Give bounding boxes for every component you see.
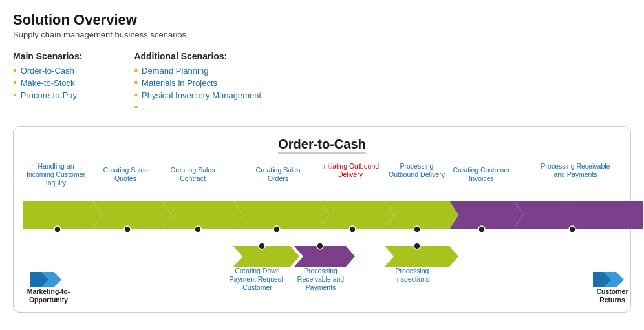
step-label-3: Creating Sales Contract <box>164 166 222 183</box>
svg-marker-1 <box>92 201 171 229</box>
list-item: Procure-to-Pay <box>13 90 82 100</box>
svg-marker-2 <box>162 201 242 229</box>
list-item: Materials in Projects <box>134 77 261 88</box>
list-item: Make-to-Stock <box>13 77 82 88</box>
step-label-8: Processing Receivable and Payments <box>540 162 611 179</box>
svg-marker-6 <box>449 201 523 229</box>
page-subtitle: Supply chain management business scenari… <box>13 30 631 39</box>
main-scenarios-list: Order-to-Cash Make-to-Stock Procure-to-P… <box>13 65 82 100</box>
svg-point-13 <box>414 226 420 232</box>
list-item: Demand Planning <box>134 65 261 76</box>
bottom-label-marketing: Marketing-to-Opportunity <box>23 287 74 304</box>
svg-marker-16 <box>233 246 299 267</box>
step-label-5: Initiating Outbound Delivery <box>321 162 380 179</box>
bottom-label-inspections: Processing Inspections <box>381 267 443 284</box>
svg-marker-18 <box>294 246 355 267</box>
additional-scenarios: Additional Scenarios: Demand Planning Ma… <box>134 51 261 114</box>
svg-point-15 <box>569 226 575 232</box>
svg-point-11 <box>274 226 280 232</box>
svg-marker-3 <box>233 201 329 229</box>
svg-point-21 <box>414 243 420 249</box>
svg-point-9 <box>124 226 131 232</box>
svg-marker-4 <box>320 201 394 229</box>
main-scenarios: Main Scenarios: Order-to-Cash Make-to-St… <box>13 51 82 114</box>
step-label-7: Creating Customer Invoices <box>451 166 512 183</box>
svg-point-19 <box>317 243 323 249</box>
svg-point-12 <box>349 226 356 232</box>
svg-marker-7 <box>514 201 643 229</box>
main-scenarios-heading: Main Scenarios: <box>13 51 82 61</box>
list-item: Physical Inventory Management <box>134 90 261 100</box>
step-label-1: Handling an Incoming Customer Inquiry <box>25 162 87 187</box>
svg-marker-5 <box>385 201 458 229</box>
svg-point-10 <box>195 226 201 232</box>
additional-scenarios-heading: Additional Scenarios: <box>134 51 261 61</box>
svg-marker-0 <box>23 201 102 229</box>
flow-diagram: Handling an Incoming Customer Inquiry Cr… <box>23 161 643 303</box>
svg-marker-20 <box>385 246 458 267</box>
step-label-6: Processing Outbound Delivery <box>386 162 447 179</box>
additional-scenarios-list: Demand Planning Materials in Projects Ph… <box>134 65 261 112</box>
bottom-label-returns: Customer Returns <box>586 287 638 304</box>
diagram-container: Order-to-Cash <box>13 126 631 313</box>
diagram-title: Order-to-Cash <box>23 137 621 152</box>
bottom-label-receivable-sub: Processing Receivable and Payments <box>292 267 350 292</box>
bottom-label-downpayment: Creating Down Payment Request-Customer <box>228 267 286 292</box>
list-item: ... <box>134 102 261 112</box>
step-label-2: Creating Sales Quotes <box>96 166 155 183</box>
page-title: Solution Overview <box>13 12 631 28</box>
scenarios-row: Main Scenarios: Order-to-Cash Make-to-St… <box>13 51 631 114</box>
svg-point-8 <box>54 226 61 232</box>
svg-point-17 <box>259 243 265 249</box>
list-item: Order-to-Cash <box>13 65 82 76</box>
step-label-4: Creating Sales Orders <box>249 166 307 183</box>
svg-point-14 <box>478 226 485 232</box>
